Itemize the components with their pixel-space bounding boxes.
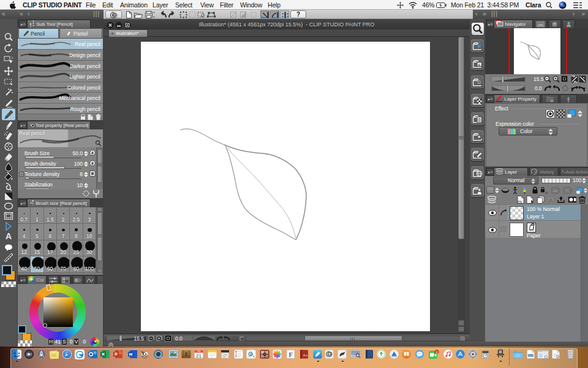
svg-text:Aa: Aa <box>303 353 308 358</box>
svg-text:FEB: FEB <box>197 350 201 353</box>
svg-text:A: A <box>6 231 12 241</box>
svg-text:21: 21 <box>196 353 202 359</box>
svg-text:F: F <box>288 351 292 358</box>
svg-text:1: 1 <box>435 350 437 354</box>
